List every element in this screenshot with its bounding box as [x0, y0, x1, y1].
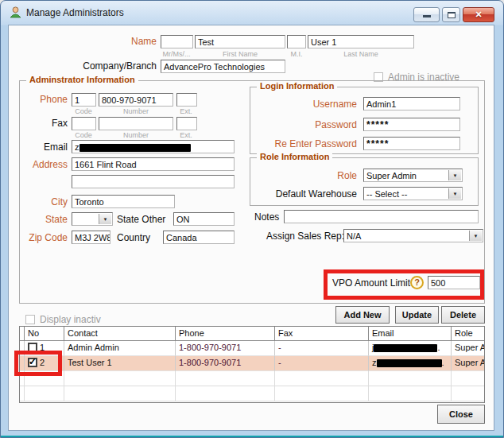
phone-ext-hint: Ext. [172, 107, 200, 115]
reenter-password-mask: ***** [366, 138, 389, 149]
col-fax[interactable]: Fax [275, 327, 369, 341]
chevron-down-icon[interactable]: ▼ [448, 188, 461, 199]
fax-label: Fax [15, 118, 68, 129]
fax-ext-field[interactable] [176, 117, 197, 130]
notes-field[interactable] [284, 210, 479, 223]
country-label: Country [117, 232, 150, 243]
maximize-button[interactable] [442, 7, 460, 22]
redacted-email-bar [374, 344, 437, 352]
bottom-teal-strip [1, 436, 503, 437]
fax-ext-hint: Ext. [172, 131, 200, 139]
chevron-down-icon[interactable]: ▼ [469, 231, 482, 241]
role-label: Role [254, 170, 357, 181]
fax-code-field[interactable] [72, 117, 96, 130]
col-no[interactable]: No [25, 327, 64, 341]
login-information-title: Login Information [257, 81, 337, 91]
table-row-selected[interactable]: ✓2 Test User 1 1-800-970-9071 - z. Super… [20, 356, 484, 371]
col-phone[interactable]: Phone [176, 327, 275, 341]
state-label: State [15, 214, 68, 225]
close-button[interactable]: Close [437, 405, 485, 424]
minimize-icon [423, 15, 431, 17]
chevron-down-icon[interactable]: ▼ [99, 214, 111, 224]
role-information-title: Role Information [257, 152, 332, 161]
last-name-hint: Last Name [308, 50, 414, 58]
checkbox-annotation-box [14, 351, 62, 376]
minimize-button[interactable] [413, 7, 440, 22]
default-warehouse-value: -- Select -- [366, 189, 407, 199]
fax-number-field[interactable] [99, 117, 173, 130]
password-mask: ***** [366, 119, 389, 130]
state-dropdown[interactable]: ▼ [72, 212, 113, 226]
chevron-down-icon[interactable]: ▼ [448, 170, 461, 180]
city-field[interactable]: Toronto [72, 195, 175, 208]
default-warehouse-dropdown[interactable]: -- Select -- ▼ [363, 187, 463, 200]
zip-code-field[interactable]: M3J 2W8 [72, 231, 110, 244]
role-dropdown[interactable]: Super Admin ▼ [363, 169, 463, 182]
first-name-hint: First Name [195, 50, 285, 58]
address-label: Address [15, 159, 68, 170]
administrators-table: No Contact Phone Fax Email Role 1 Admin … [19, 326, 485, 403]
role-cell: Super Admin [452, 356, 484, 371]
address-line1-field[interactable]: 1661 Flint Road [72, 157, 235, 171]
phone-code-field[interactable]: 1 [72, 93, 96, 107]
fax-cell: - [275, 356, 369, 371]
default-warehouse-label: Default Warehouse [254, 188, 357, 200]
display-inactive-checkbox[interactable] [25, 315, 35, 324]
email-cell: j. [369, 341, 452, 356]
admin-person-icon [9, 6, 22, 19]
phone-code-hint: Code [68, 107, 99, 115]
email-visible-text: z [372, 358, 377, 367]
email-tail: . [437, 343, 440, 352]
delete-button[interactable]: Delete [441, 306, 485, 324]
fax-number-hint: Number [99, 131, 173, 139]
title-bar[interactable]: Manage Administrators ✕ [1, 1, 503, 25]
reenter-password-label: Re Enter Password [254, 138, 357, 149]
contact-cell: Test User 1 [64, 356, 176, 371]
name-title-field[interactable] [161, 35, 193, 48]
table-row[interactable]: 1 Admin Admin 1-800-970-9071 - j. Super … [20, 341, 484, 356]
add-new-button[interactable]: Add New [335, 306, 390, 324]
phone-ext-field[interactable] [176, 93, 197, 107]
phone-number-hint: Number [99, 107, 173, 115]
email-cell: z. [369, 356, 452, 371]
phone-label: Phone [15, 94, 68, 105]
update-button[interactable]: Update [395, 306, 439, 324]
email-field[interactable]: z [72, 140, 235, 153]
help-icon[interactable]: ? [410, 276, 424, 289]
phone-number-field[interactable]: 800-970-9071 [99, 93, 173, 107]
address-line2-field[interactable] [72, 175, 235, 188]
country-field[interactable]: Canada [163, 231, 235, 244]
col-contact[interactable]: Contact [64, 327, 176, 341]
password-field[interactable]: ***** [363, 118, 460, 131]
last-name-field[interactable]: User 1 [308, 35, 414, 48]
state-other-label: State Other [117, 214, 165, 225]
username-label: Username [254, 99, 357, 110]
close-window-button[interactable]: ✕ [463, 7, 494, 22]
company-branch-field[interactable]: AdvancePro Technologies [161, 60, 285, 73]
zip-code-label: Zip Code [15, 232, 68, 243]
contact-cell: Admin Admin [64, 341, 176, 356]
middle-initial-field[interactable] [287, 35, 306, 48]
email-visible-text: z [75, 142, 79, 152]
phone-cell: 1-800-970-9071 [176, 341, 275, 356]
col-email[interactable]: Email [369, 327, 452, 341]
vpo-amount-limit-field[interactable]: 500 [428, 276, 480, 289]
title-hint: Mr/Ms/... [157, 50, 196, 58]
fax-cell: - [275, 341, 369, 356]
name-label: Name [85, 36, 157, 47]
col-role[interactable]: Role [452, 327, 484, 341]
password-label: Password [254, 119, 357, 130]
username-field[interactable]: Admin1 [363, 97, 460, 110]
first-name-field[interactable]: Test [195, 35, 285, 48]
maximize-icon [448, 12, 456, 18]
assign-sales-rep-label: Assign Sales Rep: [266, 231, 344, 242]
assign-sales-rep-value: N/A [347, 231, 361, 241]
email-label: Email [15, 141, 68, 153]
window-title: Manage Administrators [26, 7, 124, 18]
notes-label: Notes [254, 211, 279, 223]
assign-sales-rep-dropdown[interactable]: N/A ▼ [343, 229, 483, 242]
close-icon: ✕ [463, 10, 494, 20]
reenter-password-field[interactable]: ***** [363, 137, 460, 150]
state-other-field[interactable]: ON [173, 212, 235, 226]
display-inactive-label: Display inactiv [40, 314, 101, 325]
